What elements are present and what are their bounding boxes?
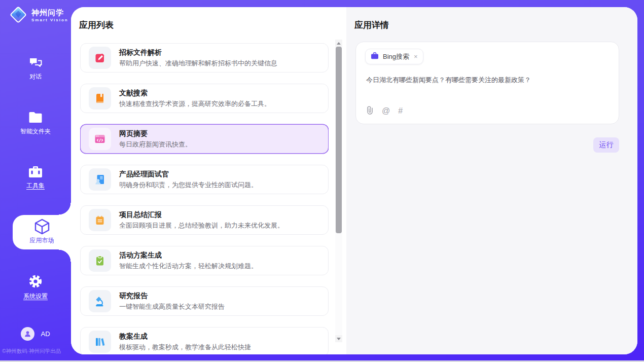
- app-card[interactable]: 教案生成 模板驱动，教案秒成，教学准备从此轻松快捷: [80, 327, 329, 354]
- edit-square-icon: [89, 47, 111, 69]
- scrollbar[interactable]: [335, 40, 342, 342]
- clipboard-icon: [89, 249, 111, 272]
- brand-diamond-logo-icon: [9, 6, 27, 26]
- app-card[interactable]: 文献搜索 快速精准查找学术资源，提高研究效率的必备工具。: [80, 84, 329, 113]
- app-card-description: 明确身份和职责，为您提供专业性的面试问题。: [119, 180, 258, 190]
- app-card[interactable]: 网页摘要 每日政府新闻资讯快查。: [80, 124, 329, 154]
- run-button[interactable]: 运行: [593, 137, 619, 153]
- app-list-title: 应用列表: [79, 19, 114, 31]
- app-card-title: 活动方案生成: [119, 251, 258, 260]
- app-card[interactable]: 产品经理面试官 明确身份和职责，为您提供专业性的面试问题。: [80, 165, 329, 194]
- app-card[interactable]: 研究报告 一键智能生成高质量长文本研究报告: [80, 286, 329, 316]
- tool-tag-bing-search[interactable]: Bing搜索 ×: [365, 49, 423, 64]
- app-card-description: 模板驱动，教案秒成，教学准备从此轻松快捷: [119, 343, 251, 352]
- app-card-description: 一键智能生成高质量长文本研究报告: [119, 302, 225, 311]
- sidebar-item-label: 工具集: [26, 182, 45, 190]
- app-card-description: 智能生成个性化活动方案，轻松解决规划难题。: [119, 262, 258, 271]
- app-card[interactable]: 招标文件解析 帮助用户快速、准确地理解和解析招标书中的关键信息: [80, 43, 329, 73]
- scroll-down-arrow-icon[interactable]: [335, 335, 342, 342]
- user-name: AD: [41, 330, 50, 338]
- hash-icon[interactable]: #: [398, 107, 403, 115]
- app-card-title: 研究报告: [119, 292, 225, 301]
- brand-subtitle: Smart Vision: [31, 18, 68, 23]
- input-toolbar: @ #: [366, 105, 403, 116]
- sidebar-item-label: 应用市场: [30, 236, 54, 245]
- report-icon: [89, 209, 111, 231]
- scrollbar-thumb[interactable]: [336, 47, 342, 233]
- sidebar-item-chat[interactable]: 对话: [0, 56, 71, 81]
- app-card[interactable]: 活动方案生成 智能生成个性化活动方案，轻松解决规划难题。: [80, 246, 329, 275]
- app-card-title: 教案生成: [119, 332, 251, 341]
- app-card-description: 每日政府新闻资讯快查。: [119, 140, 192, 149]
- brand-name: 神州问学: [31, 9, 68, 17]
- sidebar: 神州问学 Smart Vision 对话 智能文件夹 工具集 应用市场 系统设置…: [0, 0, 71, 362]
- chat-icon: [28, 56, 43, 69]
- toolbox-icon: [28, 165, 43, 178]
- app-card-description: 全面回顾项目进展，总结经验教训，助力未来优化发展。: [119, 221, 284, 230]
- app-card-title: 网页摘要: [119, 129, 192, 138]
- gear-icon: [28, 274, 43, 289]
- app-detail-pane: 应用详情 Bing搜索 × 今日湖北有哪些新闻要点？有哪些需要关注的最新政策？: [346, 7, 637, 354]
- prompt-input-card[interactable]: Bing搜索 × 今日湖北有哪些新闻要点？有哪些需要关注的最新政策？ @ #: [355, 42, 619, 124]
- app-window: 神州问学 Smart Vision 对话 智能文件夹 工具集 应用市场 系统设置…: [0, 0, 644, 362]
- scroll-up-arrow-icon[interactable]: [335, 40, 342, 47]
- interview-icon: [89, 168, 111, 191]
- app-detail-title: 应用详情: [354, 19, 389, 31]
- app-cards: 招标文件解析 帮助用户快速、准确地理解和解析招标书中的关键信息 文献搜索 快速精…: [80, 43, 329, 354]
- mention-icon[interactable]: @: [382, 107, 390, 115]
- app-list-pane: 应用列表 招标文件解析 帮助用户快速、准确地理解和解析招标书中的关键信息 文献搜…: [71, 7, 346, 354]
- sidebar-item-toolset[interactable]: 工具集: [0, 165, 71, 190]
- paperclip-icon[interactable]: [366, 105, 374, 116]
- folder-icon: [28, 111, 43, 124]
- app-card[interactable]: 项目总结汇报 全面回顾项目进展，总结经验教训，助力未来优化发展。: [80, 205, 329, 235]
- sidebar-item-system-settings[interactable]: 系统设置: [0, 274, 71, 299]
- brand: 神州问学 Smart Vision: [9, 6, 68, 26]
- app-card-title: 文献搜索: [119, 89, 271, 98]
- remove-tool-icon[interactable]: ×: [414, 53, 418, 60]
- book-icon: [89, 87, 111, 110]
- app-card-title: 项目总结汇报: [119, 210, 284, 220]
- app-card-description: 快速精准查找学术资源，提高研究效率的必备工具。: [119, 99, 271, 108]
- app-card-title: 招标文件解析: [119, 48, 277, 57]
- app-card-description: 帮助用户快速、准确地理解和解析招标书中的关键信息: [119, 59, 277, 68]
- copyright-footer: ©神州数码·神州问学出品: [2, 348, 71, 355]
- briefcase-icon: [371, 52, 379, 61]
- main-content: 应用列表 招标文件解析 帮助用户快速、准确地理解和解析招标书中的关键信息 文献搜…: [71, 7, 637, 354]
- tool-tag-label: Bing搜索: [383, 52, 409, 61]
- person-icon: [24, 330, 31, 338]
- sidebar-item-smart-folders[interactable]: 智能文件夹: [0, 111, 71, 136]
- sidebar-item-label: 对话: [29, 73, 42, 81]
- avatar[interactable]: [21, 327, 34, 341]
- prompt-text: 今日湖北有哪些新闻要点？有哪些需要关注的最新政策？: [366, 76, 609, 85]
- app-card-title: 产品经理面试官: [119, 170, 258, 179]
- cube-icon: [34, 219, 50, 234]
- books-icon: [89, 331, 111, 353]
- user-account[interactable]: AD: [0, 327, 71, 341]
- sidebar-item-label: 智能文件夹: [20, 127, 51, 136]
- browser-icon: [89, 128, 111, 150]
- microscope-icon: [89, 290, 111, 312]
- sidebar-item-label: 系统设置: [23, 292, 48, 301]
- sidebar-item-app-market[interactable]: 应用市场: [13, 215, 71, 249]
